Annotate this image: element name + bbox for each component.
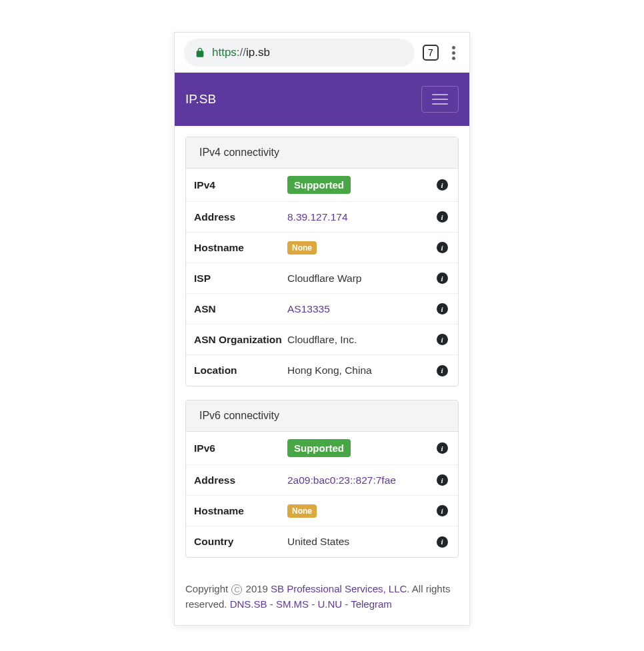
row-label: Address — [194, 211, 287, 223]
info-icon[interactable] — [437, 442, 448, 454]
row-value: Cloudflare, Inc. — [287, 334, 434, 346]
device-frame: https://ip.sb 7 IP.SB IPv4 connectivity … — [174, 32, 470, 626]
ipv4-header: IPv4 connectivity — [186, 137, 458, 169]
footer-link-smms[interactable]: SM.MS — [276, 598, 309, 610]
company-link[interactable]: SB Professional Services, LLC — [271, 583, 407, 594]
ipv4-address-link[interactable]: 8.39.127.174 — [287, 211, 434, 223]
lock-icon — [195, 47, 205, 58]
row-label: Address — [194, 474, 287, 486]
row-label: ASN — [194, 303, 287, 315]
footer-link-unu[interactable]: U.NU — [317, 598, 342, 610]
more-menu-icon[interactable] — [447, 46, 460, 60]
url-host: ip.sb — [246, 46, 270, 59]
row-value: None — [287, 241, 434, 255]
footer-sep: - — [267, 598, 276, 610]
info-icon[interactable] — [437, 242, 448, 253]
row-label: IPv6 — [194, 442, 287, 454]
footer-sep: - — [342, 598, 351, 610]
info-icon[interactable] — [437, 211, 448, 223]
row-label: ISP — [194, 273, 287, 285]
tab-count-value: 7 — [428, 47, 433, 58]
url-text: https://ip.sb — [212, 46, 270, 59]
row-label: Country — [194, 536, 287, 548]
info-icon[interactable] — [437, 179, 448, 191]
info-icon[interactable] — [437, 474, 448, 486]
ipv6-header: IPv6 connectivity — [186, 400, 458, 432]
content: IPv4 connectivity IPv4 Supported Address… — [175, 126, 469, 582]
info-icon[interactable] — [437, 273, 448, 284]
ipv6-card: IPv6 connectivity IPv6 Supported Address… — [185, 400, 459, 558]
footer: Copyright C 2019 SB Professional Service… — [175, 582, 469, 625]
browser-bar: https://ip.sb 7 — [175, 33, 469, 73]
footer-link-telegram[interactable]: Telegram — [351, 598, 392, 610]
none-badge: None — [287, 241, 317, 255]
ipv4-row-asn: ASN AS13335 — [186, 294, 458, 325]
supported-badge: Supported — [287, 439, 351, 457]
row-value: Supported — [287, 439, 434, 457]
supported-badge: Supported — [287, 176, 351, 194]
url-sep: // — [240, 46, 246, 59]
ipv6-address-link[interactable]: 2a09:bac0:23::827:7fae — [287, 474, 434, 486]
copyright-year: 2019 — [243, 583, 271, 594]
row-value: None — [287, 504, 434, 518]
row-label: Hostname — [194, 242, 287, 254]
info-icon[interactable] — [437, 303, 448, 315]
ipv4-card: IPv4 connectivity IPv4 Supported Address… — [185, 137, 459, 386]
row-value: Hong Kong, China — [287, 364, 434, 376]
navbar-toggler[interactable] — [421, 86, 459, 113]
row-value: United States — [287, 536, 434, 548]
row-value: Cloudflare Warp — [287, 273, 434, 285]
ipv6-row-hostname: Hostname None — [186, 496, 458, 526]
ipv4-row-asn-org: ASN Organization Cloudflare, Inc. — [186, 325, 458, 355]
ipv4-row-location: Location Hong Kong, China — [186, 355, 458, 386]
url-scheme: https: — [212, 46, 240, 59]
url-bar[interactable]: https://ip.sb — [184, 39, 415, 67]
info-icon[interactable] — [437, 505, 448, 516]
row-label: IPv4 — [194, 179, 287, 191]
info-icon[interactable] — [437, 365, 448, 376]
row-value: Supported — [287, 176, 434, 194]
navbar-brand[interactable]: IP.SB — [185, 92, 216, 107]
info-icon[interactable] — [437, 536, 448, 548]
row-label: ASN Organization — [194, 334, 287, 346]
ipv6-row-status: IPv6 Supported — [186, 432, 458, 465]
info-icon[interactable] — [437, 334, 448, 345]
ipv4-row-address: Address 8.39.127.174 — [186, 202, 458, 233]
asn-link[interactable]: AS13335 — [287, 303, 434, 315]
row-label: Location — [194, 364, 287, 376]
ipv4-row-isp: ISP Cloudflare Warp — [186, 263, 458, 294]
copyright-symbol: C — [231, 584, 242, 595]
copyright-prefix: Copyright — [185, 583, 231, 594]
row-label: Hostname — [194, 505, 287, 517]
none-badge: None — [287, 504, 317, 518]
ipv4-row-status: IPv4 Supported — [186, 169, 458, 202]
ipv4-row-hostname: Hostname None — [186, 233, 458, 263]
footer-sep: - — [309, 598, 317, 610]
ipv6-row-country: Country United States — [186, 526, 458, 557]
navbar: IP.SB — [175, 73, 469, 126]
ipv6-row-address: Address 2a09:bac0:23::827:7fae — [186, 465, 458, 496]
footer-link-dns[interactable]: DNS.SB — [230, 598, 267, 610]
tab-count-button[interactable]: 7 — [423, 45, 439, 61]
